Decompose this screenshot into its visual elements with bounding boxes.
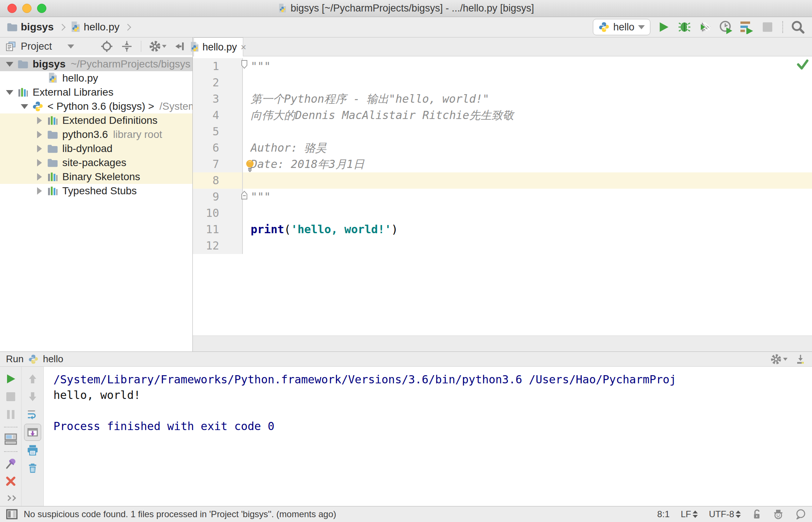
tree-row-hello.py[interactable]: hello.py xyxy=(0,71,192,85)
clear-all-icon[interactable] xyxy=(24,459,41,476)
status-message[interactable]: No suspicious code found. 1 files proces… xyxy=(24,509,336,519)
tree-row-external-libraries[interactable]: External Libraries xyxy=(0,85,192,99)
code-editor[interactable]: 1"""2 3第一个Python程序 - 输出"hello, world!"4向… xyxy=(193,56,812,336)
debug-button[interactable] xyxy=(677,20,692,34)
editor-line-7[interactable]: 7Date: 2018年3月1日 xyxy=(193,156,812,172)
run-configuration-selector[interactable]: hello xyxy=(593,19,650,35)
hide-panel-icon[interactable] xyxy=(172,39,187,54)
gutter-line-number[interactable]: 4 xyxy=(193,107,243,123)
editor-line-9[interactable]: 9""" xyxy=(193,189,812,205)
run-tab-config-label[interactable]: hello xyxy=(43,353,63,365)
run-button[interactable] xyxy=(656,20,671,34)
intention-bulb-icon[interactable] xyxy=(244,159,255,172)
run-with-coverage-button[interactable] xyxy=(698,20,713,34)
tree-row-python3.6[interactable]: python3.6library root xyxy=(0,128,192,142)
tree-collapsed-arrow-icon[interactable] xyxy=(33,131,46,138)
fold-marker-end-icon[interactable] xyxy=(240,190,248,200)
tree-collapsed-arrow-icon[interactable] xyxy=(33,145,46,152)
editor-line-10[interactable]: 10 xyxy=(193,205,812,221)
more-actions-icon[interactable] xyxy=(6,496,15,500)
pin-tab-button[interactable] xyxy=(2,455,19,472)
scroll-to-end-button[interactable] xyxy=(24,424,41,441)
code-line-text xyxy=(243,123,812,140)
editor-line-8[interactable]: 8 xyxy=(193,172,812,189)
editor-line-1[interactable]: 1""" xyxy=(193,58,812,75)
tree-collapsed-arrow-icon[interactable] xyxy=(33,187,46,195)
updown-arrows-icon xyxy=(693,511,698,518)
concurrency-diagram-button[interactable] xyxy=(739,20,754,34)
search-everywhere-icon[interactable] xyxy=(790,20,805,34)
gutter-line-number[interactable]: 6 xyxy=(193,140,243,156)
gear-icon[interactable] xyxy=(148,39,167,54)
up-stack-trace-icon[interactable] xyxy=(24,370,41,387)
chevron-down-icon[interactable] xyxy=(67,44,74,49)
down-stack-trace-icon[interactable] xyxy=(24,388,41,405)
hide-panel-down-icon[interactable] xyxy=(795,354,806,365)
gutter-line-number[interactable]: 1 xyxy=(193,58,243,75)
python-logo-icon xyxy=(28,354,39,364)
project-panel-title[interactable]: Project xyxy=(21,41,52,52)
gutter-line-number[interactable]: 10 xyxy=(193,205,243,221)
code-line-text: Author: 骆昊 xyxy=(243,140,812,156)
pause-output-button[interactable] xyxy=(2,406,19,423)
gutter-line-number[interactable]: 2 xyxy=(193,75,243,91)
editor-line-3[interactable]: 3第一个Python程序 - 输出"hello, world!" xyxy=(193,91,812,107)
breadcrumb-item-bigsys[interactable]: bigsys xyxy=(21,21,54,33)
tree-row-site-packages[interactable]: site-packages xyxy=(0,156,192,170)
unlock-icon[interactable] xyxy=(752,509,762,519)
tree-expanded-arrow-icon[interactable] xyxy=(18,104,31,109)
gutter-line-number[interactable]: 3 xyxy=(193,91,243,107)
encoding-widget[interactable]: UTF-8 xyxy=(709,509,741,519)
hector-inspections-icon[interactable] xyxy=(773,509,784,520)
run-panel-title[interactable]: Run xyxy=(6,353,24,365)
tree-collapsed-arrow-icon[interactable] xyxy=(33,173,46,181)
line-separator-widget[interactable]: LF xyxy=(681,509,698,519)
caret-position-widget[interactable]: 8:1 xyxy=(657,509,670,519)
close-tab-icon[interactable]: × xyxy=(240,42,247,52)
restore-layout-button[interactable] xyxy=(2,430,19,447)
tree-row-bigsys[interactable]: bigsys~/PycharmProjects/bigsys xyxy=(0,57,192,71)
run-console[interactable]: /System/Library/Frameworks/Python.framew… xyxy=(44,367,812,506)
tree-row-extended-definitions[interactable]: Extended Definitions xyxy=(0,113,192,128)
gutter-line-number[interactable]: 12 xyxy=(193,238,243,254)
editor-line-5[interactable]: 5 xyxy=(193,123,812,140)
python-file-icon xyxy=(70,22,81,33)
gutter-line-number[interactable]: 9 xyxy=(193,189,243,205)
tree-collapsed-arrow-icon[interactable] xyxy=(33,117,46,124)
tab-hello-py[interactable]: hello.py × xyxy=(194,37,243,56)
stop-button[interactable] xyxy=(2,388,19,405)
rerun-button[interactable] xyxy=(2,370,19,387)
console-line: /System/Library/Frameworks/Python.framew… xyxy=(53,372,812,387)
gutter-line-number[interactable]: 8 xyxy=(193,172,243,189)
tree-expanded-arrow-icon[interactable] xyxy=(3,90,16,95)
stop-button[interactable] xyxy=(760,20,775,34)
gutter-line-number[interactable]: 7 xyxy=(193,156,243,172)
breadcrumb-item-hello-py[interactable]: hello.py xyxy=(84,21,120,33)
close-panel-button[interactable] xyxy=(2,473,19,490)
soft-wrap-icon[interactable] xyxy=(24,406,41,423)
editor-line-11[interactable]: 11print('hello, world!') xyxy=(193,221,812,238)
gutter-line-number[interactable]: 11 xyxy=(193,221,243,238)
editor-line-2[interactable]: 2 xyxy=(193,75,812,91)
gear-icon[interactable] xyxy=(770,354,788,365)
tree-row-binary-skeletons[interactable]: Binary Skeletons xyxy=(0,170,192,184)
tree-expanded-arrow-icon[interactable] xyxy=(3,62,16,67)
tree-row-lib-dynload[interactable]: lib-dynload xyxy=(0,142,192,156)
library-icon xyxy=(46,186,59,196)
editor-line-12[interactable]: 12 xyxy=(193,238,812,254)
toggle-toolwindows-icon[interactable] xyxy=(6,509,18,520)
inspection-ok-icon[interactable] xyxy=(796,59,809,70)
print-icon[interactable] xyxy=(24,442,41,459)
folder-icon xyxy=(7,23,18,32)
collapse-all-icon[interactable] xyxy=(119,39,134,54)
tree-row-python-3.6-bigsys[interactable]: < Python 3.6 (bigsys) >/System xyxy=(0,99,192,113)
event-log-bubble-icon[interactable] xyxy=(795,509,806,520)
tree-collapsed-arrow-icon[interactable] xyxy=(33,159,46,166)
tree-row-typeshed-stubs[interactable]: Typeshed Stubs xyxy=(0,184,192,198)
editor-line-4[interactable]: 4向伟大的Dennis MacAlistair Ritchie先生致敬 xyxy=(193,107,812,123)
locate-icon[interactable] xyxy=(99,39,114,54)
editor-line-6[interactable]: 6Author: 骆昊 xyxy=(193,140,812,156)
profile-button[interactable] xyxy=(719,20,733,34)
gutter-line-number[interactable]: 5 xyxy=(193,123,243,140)
fold-marker-start-icon[interactable] xyxy=(240,60,248,69)
